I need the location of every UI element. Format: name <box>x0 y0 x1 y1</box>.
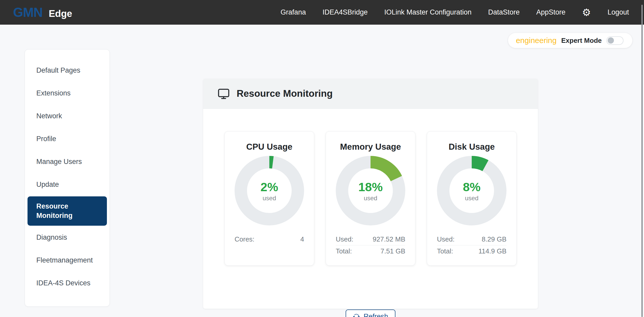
page-title: Resource Monitoring <box>237 88 333 99</box>
cpu-card-title: CPU Usage <box>225 142 314 152</box>
memory-used-label: Used: <box>336 235 353 243</box>
disk-stats: Used: 8.29 GB Total: 114.9 GB <box>437 233 506 257</box>
disk-donut-center: 8% used <box>437 156 506 225</box>
cpu-usage-card: CPU Usage 2% used Cores: 4 <box>224 131 314 266</box>
sidebar-item-idea-4s-devices[interactable]: IDEA-4S Devices <box>25 272 109 295</box>
disk-used-row: Used: 8.29 GB <box>437 233 506 245</box>
brand: GMN Edge <box>13 5 72 20</box>
memory-used-caption: used <box>364 195 377 202</box>
memory-percent-value: 18% <box>358 180 383 194</box>
nav-item-idea4sbridge[interactable]: IDEA4SBridge <box>323 8 368 16</box>
logout-button[interactable]: Logout <box>607 8 629 16</box>
memory-card-title: Memory Usage <box>326 142 415 152</box>
sidebar-item-diagnosis[interactable]: Diagnosis <box>25 226 109 249</box>
top-navbar: GMN Edge Grafana IDEA4SBridge IOLink Mas… <box>0 0 644 25</box>
sidebar-item-extensions[interactable]: Extensions <box>25 82 109 105</box>
product-name: Edge <box>49 8 72 19</box>
disk-total-value: 114.9 GB <box>478 247 506 255</box>
cpu-donut-center: 2% used <box>235 156 304 225</box>
memory-total-row: Total: 7.51 GB <box>336 245 405 257</box>
nav-item-iolink-master-configuration[interactable]: IOLink Master Configuration <box>384 8 471 16</box>
user-pill: engineering Expert Mode <box>508 33 632 48</box>
cpu-used-caption: used <box>263 195 276 202</box>
nav-item-appstore[interactable]: AppStore <box>536 8 566 16</box>
disk-card-title: Disk Usage <box>427 142 516 152</box>
refresh-button-label: Refresh <box>364 313 388 317</box>
gear-icon[interactable]: ⚙ <box>582 8 591 17</box>
sidebar-item-default-pages[interactable]: Default Pages <box>25 59 109 82</box>
vertical-scrollbar[interactable] <box>641 5 643 317</box>
memory-total-value: 7.51 GB <box>381 247 405 255</box>
cpu-stats: Cores: 4 <box>235 233 304 245</box>
sidebar-item-fleetmanagement[interactable]: Fleetmanagement <box>25 249 109 272</box>
sidebar-item-resource-monitoring[interactable]: Resource Monitoring <box>28 196 107 226</box>
expert-mode-toggle[interactable] <box>606 36 624 45</box>
refresh-row: Refresh <box>203 309 538 317</box>
disk-usage-card: Disk Usage 8% used Used: 8.29 GB <box>427 131 517 266</box>
cpu-donut-chart: 2% used <box>235 156 304 225</box>
cpu-cores-row: Cores: 4 <box>235 233 304 245</box>
refresh-icon <box>353 313 360 317</box>
disk-percent-value: 8% <box>463 180 481 194</box>
nav-item-grafana[interactable]: Grafana <box>280 8 306 16</box>
memory-donut-chart: 18% used <box>336 156 405 225</box>
gmn-logo: GMN <box>13 5 43 20</box>
disk-used-caption: used <box>465 195 478 202</box>
cpu-cores-label: Cores: <box>235 235 255 243</box>
page-content: engineering Expert Mode Default Pages Ex… <box>0 25 644 317</box>
refresh-button[interactable]: Refresh <box>346 309 395 317</box>
cpu-percent-value: 2% <box>261 180 278 194</box>
nav-item-datastore[interactable]: DataStore <box>488 8 520 16</box>
sidebar: Default Pages Extensions Network Profile… <box>25 49 110 307</box>
username-label: engineering <box>516 36 557 45</box>
gauge-cards: CPU Usage 2% used Cores: 4 <box>203 109 538 266</box>
toggle-knob-icon <box>608 37 614 44</box>
memory-total-label: Total: <box>336 247 352 255</box>
sidebar-item-network[interactable]: Network <box>25 105 109 127</box>
sidebar-item-profile[interactable]: Profile <box>25 127 109 150</box>
monitor-icon <box>217 87 230 100</box>
sidebar-item-update[interactable]: Update <box>25 173 109 196</box>
panel-header: Resource Monitoring <box>203 79 538 109</box>
expert-mode-label: Expert Mode <box>561 37 602 45</box>
cpu-cores-value: 4 <box>300 235 304 243</box>
disk-used-value: 8.29 GB <box>482 235 506 243</box>
disk-total-row: Total: 114.9 GB <box>437 245 506 257</box>
sidebar-item-manage-users[interactable]: Manage Users <box>25 150 109 173</box>
memory-usage-card: Memory Usage 18% used Used: 927.52 MB <box>326 131 415 266</box>
memory-used-row: Used: 927.52 MB <box>336 233 405 245</box>
resource-monitoring-panel: Resource Monitoring CPU Usage 2% used <box>203 79 538 309</box>
memory-donut-center: 18% used <box>336 156 405 225</box>
memory-used-value: 927.52 MB <box>373 235 405 243</box>
memory-stats: Used: 927.52 MB Total: 7.51 GB <box>336 233 405 257</box>
navbar-links: Grafana IDEA4SBridge IOLink Master Confi… <box>280 8 629 17</box>
disk-donut-chart: 8% used <box>437 156 506 225</box>
disk-total-label: Total: <box>437 247 453 255</box>
disk-used-label: Used: <box>437 235 455 243</box>
